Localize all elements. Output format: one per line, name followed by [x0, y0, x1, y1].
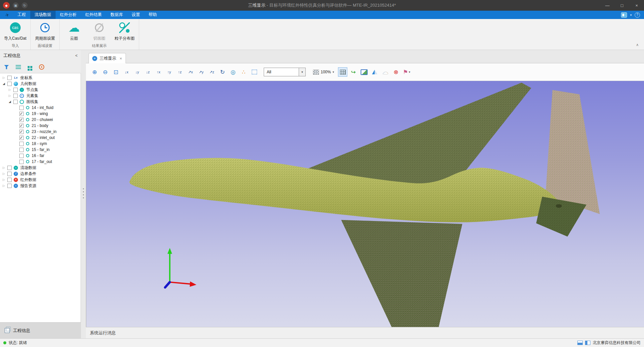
expand-arrow-icon[interactable] [1, 172, 6, 175]
view-pos-y-button[interactable]: ↑y [164, 67, 174, 77]
tree-checkbox[interactable] [19, 160, 24, 164]
ribbon-collapse-icon[interactable] [636, 43, 639, 47]
snapshot-button[interactable] [359, 67, 369, 77]
maximize-button[interactable]: □ [615, 0, 629, 11]
expand-arrow-icon[interactable] [1, 178, 6, 181]
rotate-view-button[interactable]: ↻ [218, 67, 227, 77]
menu-help[interactable]: 帮助 [144, 11, 161, 19]
tree-item[interactable]: 18 - sym [0, 141, 81, 147]
style-switch-icon[interactable] [621, 12, 627, 18]
menu-settings[interactable]: 设置 [127, 11, 144, 19]
tree-checkbox[interactable] [13, 94, 18, 98]
view-neg-y-button[interactable]: ↓y [133, 67, 142, 77]
tree-checkbox[interactable] [19, 142, 24, 146]
layout-toggle-icon[interactable] [577, 341, 583, 345]
system-message-bar[interactable]: 系统运行消息 [86, 327, 644, 338]
periodic-face-setting-button[interactable]: 周期面设置 [33, 21, 57, 41]
tree-checkbox[interactable] [7, 76, 12, 80]
tree-checkbox[interactable] [7, 178, 12, 182]
tree-checkbox[interactable] [13, 100, 18, 104]
viewport-3d[interactable] [86, 81, 644, 327]
tree-checkbox[interactable] [19, 130, 24, 134]
section-map-button[interactable]: 切面图 [88, 21, 111, 41]
tree-item[interactable]: 几何数据 [0, 81, 81, 87]
expand-arrow-icon[interactable] [7, 100, 12, 103]
expand-arrow-icon[interactable] [1, 166, 6, 169]
expand-arrow-icon[interactable] [1, 76, 6, 79]
view-neg-x-button[interactable]: ↓x [122, 67, 131, 77]
tree-item[interactable]: 坐标系 [0, 75, 81, 81]
panel-toggle-icon[interactable] [585, 341, 590, 345]
menu-project[interactable]: 工程 [13, 11, 30, 19]
target-icon[interactable] [39, 64, 44, 70]
tree-checkbox[interactable] [7, 82, 12, 86]
import-casdat-button[interactable]: 导入Cas/Dat [3, 21, 28, 41]
expand-arrow-icon[interactable] [7, 88, 12, 91]
expand-arrow-icon[interactable] [1, 184, 6, 187]
tree-item[interactable]: 边界条件 [0, 171, 81, 177]
particle-distribution-button[interactable]: 粒子分布图 [113, 21, 136, 41]
tree-item[interactable]: 22 - inlet_out [0, 135, 81, 141]
tree-checkbox[interactable] [7, 166, 12, 170]
tree-checkbox[interactable] [19, 118, 24, 122]
help-icon[interactable] [635, 12, 640, 18]
tree-item[interactable]: 19 - wing [0, 111, 81, 117]
tree-checkbox[interactable] [19, 148, 24, 152]
tree-item[interactable]: 节点集 [0, 87, 81, 93]
view-iso-y-button[interactable]: ↗y [196, 67, 206, 77]
tree-checkbox[interactable] [19, 106, 24, 110]
tree-item[interactable]: 流场数据 [0, 165, 81, 171]
tree-item[interactable]: 21 - body [0, 123, 81, 129]
tree-item[interactable]: 面线集 [0, 99, 81, 105]
tree-item[interactable]: 23 - nozzle_in [0, 129, 81, 135]
zoom-in-button[interactable]: ⊕ [90, 67, 99, 77]
annotation-flag-button[interactable]: ⚑ [402, 67, 411, 77]
tree-item[interactable]: 16 - far [0, 153, 81, 159]
expand-arrow-icon[interactable] [1, 82, 6, 85]
quick-undo-icon[interactable] [22, 2, 28, 8]
tree-item[interactable]: 20 - chuiwei [0, 117, 81, 123]
tree-item[interactable]: 14 - int_fluid [0, 105, 81, 111]
view-iso-z-button[interactable]: ↗z [207, 67, 216, 77]
tab-close-icon[interactable] [120, 56, 122, 61]
close-button[interactable]: × [629, 0, 644, 11]
menu-database[interactable]: 数据库 [106, 11, 128, 19]
panel-splitter[interactable] [81, 50, 86, 338]
grid-view-icon[interactable] [28, 66, 30, 68]
contour-map-button[interactable]: 云图 [62, 21, 86, 41]
panel-footer-tab[interactable]: 工程信息 [0, 322, 81, 338]
particle-trace-button[interactable]: ∴ [239, 67, 248, 77]
tree-item[interactable]: 报告资源 [0, 183, 81, 189]
opacity-control[interactable]: 100% [310, 70, 337, 75]
tree-checkbox[interactable] [19, 124, 24, 128]
zoom-window-button[interactable]: ⊡ [111, 67, 121, 77]
panel-collapse-button[interactable]: < [75, 53, 78, 58]
tree-checkbox[interactable] [7, 172, 12, 176]
tree-checkbox[interactable] [13, 88, 18, 92]
menu-ir-results[interactable]: 红外结果 [81, 11, 106, 19]
view-pos-z-button[interactable]: ↑z [175, 67, 184, 77]
display-filter-combo[interactable]: All [264, 68, 306, 76]
tree-item[interactable]: 17 - far_out [0, 159, 81, 165]
export-view-button[interactable]: ↪ [349, 67, 358, 77]
minimize-button[interactable]: — [600, 0, 615, 11]
menu-flow-data[interactable]: 流场数据 [30, 11, 56, 19]
tree-checkbox[interactable] [7, 184, 12, 188]
mirror-button[interactable] [370, 67, 379, 77]
list-view-icon[interactable] [16, 65, 21, 69]
grid-toggle-button[interactable] [338, 67, 347, 77]
box-select-button[interactable] [250, 67, 259, 77]
view-pos-x-button[interactable]: ↑x [154, 67, 163, 77]
menu-ir-analysis[interactable]: 红外分析 [56, 11, 81, 19]
filter-icon[interactable] [4, 65, 9, 69]
expand-arrow-icon[interactable] [7, 94, 12, 97]
combo-dropdown-icon[interactable] [299, 68, 305, 76]
app-logo-icon[interactable] [3, 2, 10, 9]
zoom-out-button[interactable]: ⊖ [101, 67, 110, 77]
tree-item[interactable]: 元素集 [0, 93, 81, 99]
clear-results-button[interactable]: ⊗ [391, 67, 401, 77]
cloud-display-button[interactable]: ☁ [381, 67, 390, 77]
probe-point-button[interactable]: ◎ [228, 67, 238, 77]
view-neg-z-button[interactable]: ↓z [143, 67, 153, 77]
tree-item[interactable]: 红外数据 [0, 177, 81, 183]
